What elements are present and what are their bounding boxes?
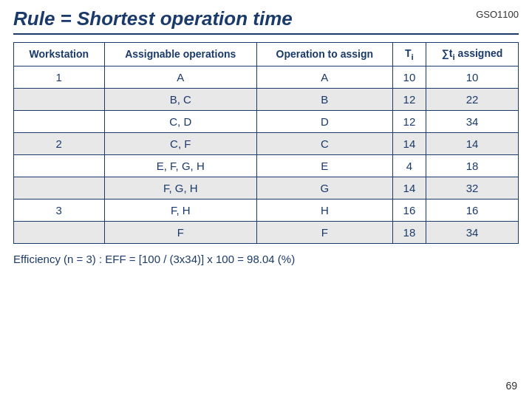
ti-cell: 12: [392, 110, 426, 132]
workstation-cell: [14, 221, 105, 243]
footer-text: Efficiency (n = 3) : EFF = [100 / (3x34)…: [13, 253, 519, 265]
operation-cell: B: [256, 88, 392, 110]
operation-cell: A: [256, 66, 392, 88]
assignable-cell: B, C: [104, 88, 256, 110]
table-row: C, DD1234: [14, 110, 519, 132]
assignable-cell: A: [104, 66, 256, 88]
sum-ti-cell: 34: [426, 221, 519, 243]
operation-cell: H: [256, 199, 392, 221]
table-row: 1AA1010: [14, 66, 519, 88]
table-header-row: Workstation Assignable operations Operat…: [14, 43, 519, 66]
assignable-cell: C, D: [104, 110, 256, 132]
col-header-operation: Operation to assign: [256, 43, 392, 66]
col-header-workstation: Workstation: [14, 43, 105, 66]
ti-cell: 10: [392, 66, 426, 88]
sum-ti-cell: 34: [426, 110, 519, 132]
col-header-sum-ti: ∑ti assigned: [426, 43, 519, 66]
operation-cell: F: [256, 221, 392, 243]
table-row: B, CB1222: [14, 88, 519, 110]
header: Rule = Shortest operation time GSO1100: [13, 7, 519, 35]
ti-cell: 14: [392, 132, 426, 154]
assignable-cell: E, F, G, H: [104, 154, 256, 177]
assignable-cell: F, H: [104, 199, 256, 221]
course-code: GSO1100: [476, 9, 519, 20]
ti-cell: 16: [392, 199, 426, 221]
table-row: FF1834: [14, 221, 519, 243]
assignable-cell: F, G, H: [104, 177, 256, 199]
workstation-cell: [14, 177, 105, 199]
sum-ti-cell: 32: [426, 177, 519, 199]
operation-cell: C: [256, 132, 392, 154]
workstation-cell: 3: [14, 199, 105, 221]
assignable-cell: C, F: [104, 132, 256, 154]
workstation-cell: 1: [14, 66, 105, 88]
table-row: E, F, G, HE418: [14, 154, 519, 177]
table-row: 2C, FC1414: [14, 132, 519, 154]
workstation-cell: [14, 88, 105, 110]
operation-cell: E: [256, 154, 392, 177]
workstation-cell: [14, 110, 105, 132]
operation-cell: D: [256, 110, 392, 132]
sum-ti-cell: 18: [426, 154, 519, 177]
sum-ti-cell: 14: [426, 132, 519, 154]
page-title: Rule = Shortest operation time: [13, 7, 293, 30]
workstation-cell: 2: [14, 132, 105, 154]
page-number: 69: [505, 380, 517, 392]
operation-cell: G: [256, 177, 392, 199]
ti-cell: 4: [392, 154, 426, 177]
ti-cell: 12: [392, 88, 426, 110]
col-header-assignable: Assignable operations: [104, 43, 256, 66]
sum-ti-cell: 10: [426, 66, 519, 88]
sum-ti-cell: 22: [426, 88, 519, 110]
table-row: F, G, HG1432: [14, 177, 519, 199]
sum-ti-cell: 16: [426, 199, 519, 221]
table-row: 3F, HH1616: [14, 199, 519, 221]
ti-cell: 18: [392, 221, 426, 243]
assignable-cell: F: [104, 221, 256, 243]
ti-cell: 14: [392, 177, 426, 199]
workstation-cell: [14, 154, 105, 177]
data-table: Workstation Assignable operations Operat…: [13, 42, 519, 244]
col-header-ti: Ti: [392, 43, 426, 66]
